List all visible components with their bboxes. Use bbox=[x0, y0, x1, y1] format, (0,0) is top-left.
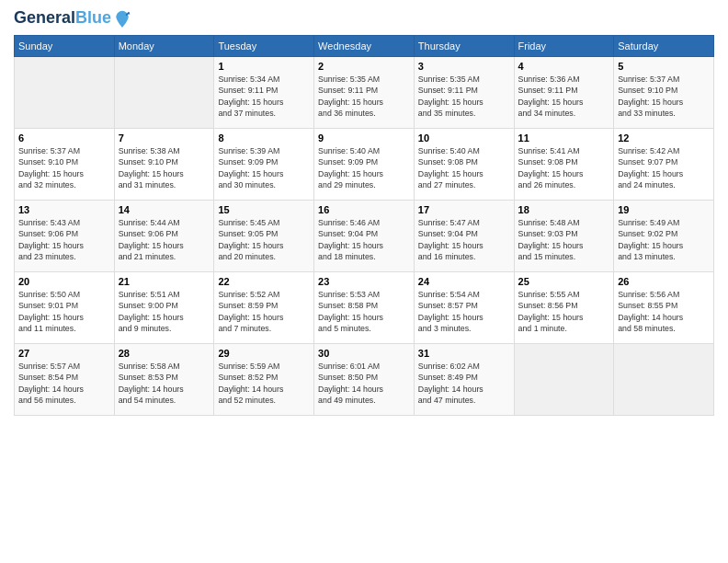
day-info: Sunrise: 5:58 AM Sunset: 8:53 PM Dayligh… bbox=[119, 361, 210, 406]
day-info: Sunrise: 5:42 AM Sunset: 9:07 PM Dayligh… bbox=[618, 145, 710, 190]
day-number: 19 bbox=[618, 204, 710, 215]
calendar-cell: 10Sunrise: 5:40 AM Sunset: 9:08 PM Dayli… bbox=[414, 129, 514, 201]
calendar-cell: 14Sunrise: 5:44 AM Sunset: 9:06 PM Dayli… bbox=[114, 201, 214, 272]
calendar-cell: 5Sunrise: 5:37 AM Sunset: 9:10 PM Daylig… bbox=[614, 57, 714, 129]
calendar-cell: 30Sunrise: 6:01 AM Sunset: 8:50 PM Dayli… bbox=[314, 344, 415, 416]
calendar-cell: 23Sunrise: 5:53 AM Sunset: 8:58 PM Dayli… bbox=[314, 272, 415, 344]
day-number: 13 bbox=[18, 204, 110, 215]
day-info: Sunrise: 5:57 AM Sunset: 8:54 PM Dayligh… bbox=[18, 361, 110, 406]
calendar-cell: 21Sunrise: 5:51 AM Sunset: 9:00 PM Dayli… bbox=[114, 272, 214, 344]
day-info: Sunrise: 5:54 AM Sunset: 8:57 PM Dayligh… bbox=[418, 289, 510, 334]
day-number: 9 bbox=[318, 132, 410, 144]
calendar-table: SundayMondayTuesdayWednesdayThursdayFrid… bbox=[14, 35, 714, 416]
calendar-cell: 6Sunrise: 5:37 AM Sunset: 9:10 PM Daylig… bbox=[15, 129, 115, 201]
day-info: Sunrise: 5:59 AM Sunset: 8:52 PM Dayligh… bbox=[218, 361, 310, 406]
calendar-cell: 3Sunrise: 5:35 AM Sunset: 9:11 PM Daylig… bbox=[414, 57, 514, 129]
calendar-cell: 24Sunrise: 5:54 AM Sunset: 8:57 PM Dayli… bbox=[414, 272, 514, 344]
day-info: Sunrise: 5:56 AM Sunset: 8:55 PM Dayligh… bbox=[618, 289, 710, 334]
day-number: 16 bbox=[318, 204, 410, 215]
day-number: 5 bbox=[618, 61, 710, 72]
calendar-cell: 1Sunrise: 5:34 AM Sunset: 9:11 PM Daylig… bbox=[214, 57, 314, 129]
day-number: 30 bbox=[318, 348, 410, 359]
calendar-cell: 19Sunrise: 5:49 AM Sunset: 9:02 PM Dayli… bbox=[614, 201, 714, 272]
day-number: 27 bbox=[18, 348, 110, 359]
day-info: Sunrise: 5:55 AM Sunset: 8:56 PM Dayligh… bbox=[518, 289, 610, 334]
calendar-cell: 31Sunrise: 6:02 AM Sunset: 8:49 PM Dayli… bbox=[414, 344, 514, 416]
calendar-cell: 27Sunrise: 5:57 AM Sunset: 8:54 PM Dayli… bbox=[15, 344, 115, 416]
day-info: Sunrise: 5:39 AM Sunset: 9:09 PM Dayligh… bbox=[218, 145, 310, 190]
day-info: Sunrise: 5:40 AM Sunset: 9:08 PM Dayligh… bbox=[418, 145, 510, 190]
calendar-cell: 22Sunrise: 5:52 AM Sunset: 8:59 PM Dayli… bbox=[214, 272, 314, 344]
day-info: Sunrise: 5:35 AM Sunset: 9:11 PM Dayligh… bbox=[318, 74, 410, 119]
day-number: 3 bbox=[418, 61, 510, 72]
day-number: 26 bbox=[618, 276, 710, 287]
day-number: 22 bbox=[218, 276, 310, 287]
week-row-1: 1Sunrise: 5:34 AM Sunset: 9:11 PM Daylig… bbox=[15, 57, 714, 129]
day-info: Sunrise: 6:01 AM Sunset: 8:50 PM Dayligh… bbox=[318, 361, 410, 406]
weekday-header-friday: Friday bbox=[514, 36, 614, 57]
day-number: 23 bbox=[318, 276, 410, 287]
calendar-cell: 26Sunrise: 5:56 AM Sunset: 8:55 PM Dayli… bbox=[614, 272, 714, 344]
day-number: 6 bbox=[18, 132, 110, 144]
weekday-header-saturday: Saturday bbox=[614, 36, 714, 57]
calendar-cell: 15Sunrise: 5:45 AM Sunset: 9:05 PM Dayli… bbox=[214, 201, 314, 272]
day-number: 11 bbox=[518, 132, 610, 144]
calendar-cell: 11Sunrise: 5:41 AM Sunset: 9:08 PM Dayli… bbox=[514, 129, 614, 201]
calendar-cell: 9Sunrise: 5:40 AM Sunset: 9:09 PM Daylig… bbox=[314, 129, 415, 201]
calendar-cell bbox=[15, 57, 115, 129]
calendar-cell: 16Sunrise: 5:46 AM Sunset: 9:04 PM Dayli… bbox=[314, 201, 415, 272]
day-info: Sunrise: 5:51 AM Sunset: 9:00 PM Dayligh… bbox=[119, 289, 210, 334]
calendar-cell: 17Sunrise: 5:47 AM Sunset: 9:04 PM Dayli… bbox=[414, 201, 514, 272]
day-info: Sunrise: 5:38 AM Sunset: 9:10 PM Dayligh… bbox=[119, 145, 210, 190]
day-info: Sunrise: 5:50 AM Sunset: 9:01 PM Dayligh… bbox=[18, 289, 110, 334]
day-number: 8 bbox=[218, 132, 310, 144]
week-row-4: 20Sunrise: 5:50 AM Sunset: 9:01 PM Dayli… bbox=[15, 272, 714, 344]
day-info: Sunrise: 5:48 AM Sunset: 9:03 PM Dayligh… bbox=[518, 217, 610, 262]
week-row-2: 6Sunrise: 5:37 AM Sunset: 9:10 PM Daylig… bbox=[15, 129, 714, 201]
day-number: 12 bbox=[618, 132, 710, 144]
week-row-5: 27Sunrise: 5:57 AM Sunset: 8:54 PM Dayli… bbox=[15, 344, 714, 416]
calendar-cell: 12Sunrise: 5:42 AM Sunset: 9:07 PM Dayli… bbox=[614, 129, 714, 201]
calendar-cell: 7Sunrise: 5:38 AM Sunset: 9:10 PM Daylig… bbox=[114, 129, 214, 201]
day-number: 20 bbox=[18, 276, 110, 287]
calendar-cell: 29Sunrise: 5:59 AM Sunset: 8:52 PM Dayli… bbox=[214, 344, 314, 416]
day-number: 29 bbox=[218, 348, 310, 359]
day-number: 10 bbox=[418, 132, 510, 144]
header: GeneralBlue bbox=[14, 9, 714, 28]
day-info: Sunrise: 5:43 AM Sunset: 9:06 PM Dayligh… bbox=[18, 217, 110, 262]
day-number: 18 bbox=[518, 204, 610, 215]
logo-text: GeneralBlue bbox=[14, 9, 111, 28]
day-number: 24 bbox=[418, 276, 510, 287]
day-number: 15 bbox=[218, 204, 310, 215]
calendar-cell bbox=[614, 344, 714, 416]
calendar-cell: 20Sunrise: 5:50 AM Sunset: 9:01 PM Dayli… bbox=[15, 272, 115, 344]
day-info: Sunrise: 5:40 AM Sunset: 9:09 PM Dayligh… bbox=[318, 145, 410, 190]
weekday-header-wednesday: Wednesday bbox=[314, 36, 415, 57]
day-info: Sunrise: 5:37 AM Sunset: 9:10 PM Dayligh… bbox=[618, 74, 710, 119]
day-number: 28 bbox=[119, 348, 210, 359]
day-info: Sunrise: 5:44 AM Sunset: 9:06 PM Dayligh… bbox=[119, 217, 210, 262]
day-info: Sunrise: 5:47 AM Sunset: 9:04 PM Dayligh… bbox=[418, 217, 510, 262]
day-info: Sunrise: 5:53 AM Sunset: 8:58 PM Dayligh… bbox=[318, 289, 410, 334]
day-info: Sunrise: 5:41 AM Sunset: 9:08 PM Dayligh… bbox=[518, 145, 610, 190]
day-number: 4 bbox=[518, 61, 610, 72]
weekday-header-row: SundayMondayTuesdayWednesdayThursdayFrid… bbox=[15, 36, 714, 57]
calendar-cell bbox=[114, 57, 214, 129]
calendar-cell: 2Sunrise: 5:35 AM Sunset: 9:11 PM Daylig… bbox=[314, 57, 415, 129]
day-info: Sunrise: 5:52 AM Sunset: 8:59 PM Dayligh… bbox=[218, 289, 310, 334]
day-info: Sunrise: 5:45 AM Sunset: 9:05 PM Dayligh… bbox=[218, 217, 310, 262]
weekday-header-sunday: Sunday bbox=[15, 36, 115, 57]
calendar-cell: 18Sunrise: 5:48 AM Sunset: 9:03 PM Dayli… bbox=[514, 201, 614, 272]
weekday-header-monday: Monday bbox=[114, 36, 214, 57]
day-info: Sunrise: 5:34 AM Sunset: 9:11 PM Dayligh… bbox=[218, 74, 310, 119]
week-row-3: 13Sunrise: 5:43 AM Sunset: 9:06 PM Dayli… bbox=[15, 201, 714, 272]
day-info: Sunrise: 5:49 AM Sunset: 9:02 PM Dayligh… bbox=[618, 217, 710, 262]
day-number: 14 bbox=[119, 204, 210, 215]
day-info: Sunrise: 5:35 AM Sunset: 9:11 PM Dayligh… bbox=[418, 74, 510, 119]
logo-icon bbox=[113, 9, 131, 28]
day-info: Sunrise: 5:46 AM Sunset: 9:04 PM Dayligh… bbox=[318, 217, 410, 262]
calendar-cell bbox=[514, 344, 614, 416]
day-number: 31 bbox=[418, 348, 510, 359]
day-number: 17 bbox=[418, 204, 510, 215]
day-number: 2 bbox=[318, 61, 410, 72]
